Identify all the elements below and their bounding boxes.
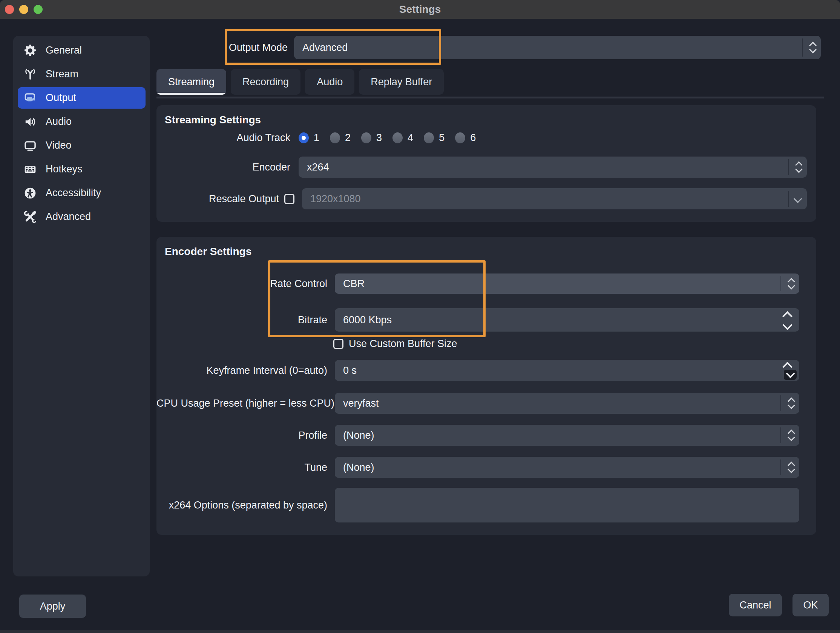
tab-recording[interactable]: Recording [231,69,300,95]
settings-content: Output Mode Advanced Streaming Recording… [156,19,824,535]
rate-control-value: CBR [343,278,365,290]
spin-down-icon[interactable] [782,320,793,330]
zoom-button[interactable] [33,5,43,14]
sidebar-item-hotkeys[interactable]: Hotkeys [18,158,145,180]
spin-down-button-pressed[interactable] [784,370,797,380]
combo-divider [802,38,803,57]
chevron-down-icon [795,196,801,202]
radio-icon[interactable] [455,132,465,143]
tab-label: Audio [317,76,343,88]
bitrate-spinbox[interactable]: 6000 Kbps [335,308,799,332]
sidebar-item-output[interactable]: Output [18,87,145,109]
sidebar-item-label: Video [46,139,72,151]
tab-replay-buffer[interactable]: Replay Buffer [359,69,444,95]
sidebar-item-advanced[interactable]: Advanced [18,206,145,228]
custom-buffer-checkbox[interactable] [333,339,343,349]
encoder-value: x264 [307,161,329,173]
audio-track-option-2[interactable]: 2 [330,132,351,144]
streaming-settings-title: Streaming Settings [156,105,816,127]
rate-control-row: Rate Control CBR [156,274,816,294]
combo-divider [788,159,789,175]
output-mode-select[interactable]: Advanced [294,36,821,59]
radio-label: 3 [376,132,382,144]
tab-divider [156,97,824,98]
output-display-camera-icon [24,92,36,104]
rescale-resolution-select: 1920x1080 [302,188,807,209]
keyframe-interval-spinbox[interactable]: 0 s [335,360,799,381]
tab-label: Streaming [168,76,215,88]
audio-track-label: Audio Track [156,132,290,144]
speaker-icon [24,116,36,128]
radio-icon[interactable] [330,132,340,143]
keyframe-interval-value: 0 s [343,365,357,377]
accessibility-icon [24,187,36,199]
cpu-preset-row: CPU Usage Preset (higher = less CPU) ver… [156,393,816,414]
rescale-resolution-value: 1920x1080 [310,193,361,205]
ok-button[interactable]: OK [793,594,829,616]
tab-label: Recording [242,76,289,88]
rescale-output-checkbox[interactable] [284,194,294,204]
x264-options-input[interactable] [343,488,799,523]
chevron-updown-icon [789,399,794,408]
sidebar-item-label: Hotkeys [46,163,82,175]
audio-track-option-4[interactable]: 4 [393,132,413,144]
bitrate-row: Bitrate 6000 Kbps [156,308,816,332]
sidebar-item-label: Output [46,92,76,104]
tune-select[interactable]: (None) [335,457,799,478]
minimize-button[interactable] [19,5,28,14]
sidebar-item-video[interactable]: Video [18,135,145,156]
output-mode-label: Output Mode [229,42,288,54]
combo-divider [780,276,781,291]
rate-control-select[interactable]: CBR [335,274,799,294]
cpu-preset-select[interactable]: veryfast [335,393,799,414]
custom-buffer-label: Use Custom Buffer Size [349,338,457,350]
bitrate-value: 6000 Kbps [343,314,392,326]
tune-label: Tune [156,462,327,473]
profile-value: (None) [343,430,374,442]
tools-icon [24,210,36,223]
sidebar-item-stream[interactable]: Stream [18,63,145,85]
combo-divider [780,427,781,443]
tune-row: Tune (None) [156,457,816,478]
radio-selected-icon[interactable] [298,132,309,143]
profile-select[interactable]: (None) [335,425,799,446]
audio-track-option-6[interactable]: 6 [455,132,476,144]
sidebar-item-audio[interactable]: Audio [18,111,145,132]
cancel-label: Cancel [739,600,771,611]
radio-icon[interactable] [424,132,434,143]
apply-button[interactable]: Apply [19,595,86,618]
output-tabs: Streaming Recording Audio Replay Buffer [156,69,824,95]
tab-streaming[interactable]: Streaming [156,69,226,95]
stream-antenna-icon [24,68,36,81]
radio-icon[interactable] [361,132,371,143]
x264-options-label: x264 Options (separated by space) [156,500,327,511]
gear-icon [24,44,36,57]
tab-audio[interactable]: Audio [305,69,354,95]
profile-row: Profile (None) [156,425,816,446]
titlebar: Settings [0,0,840,19]
chevron-updown-icon [789,279,794,289]
cancel-button[interactable]: Cancel [729,594,782,616]
audio-track-radio-group: 1 2 3 4 5 6 [298,132,807,144]
sidebar-item-label: Accessibility [46,187,101,199]
sidebar-item-general[interactable]: General [18,40,145,61]
close-button[interactable] [5,5,14,14]
audio-track-option-3[interactable]: 3 [361,132,382,144]
sidebar-item-accessibility[interactable]: Accessibility [18,182,145,204]
audio-track-option-5[interactable]: 5 [424,132,445,144]
radio-label: 2 [345,132,351,144]
encoder-select[interactable]: x264 [298,157,807,178]
bitrate-label: Bitrate [156,314,327,326]
chevron-updown-icon [796,163,802,172]
radio-icon[interactable] [393,132,403,143]
audio-track-row: Audio Track 1 2 3 4 5 6 [156,131,816,144]
x264-options-field [335,488,799,522]
encoder-settings-title: Encoder Settings [156,237,816,258]
x264-options-row: x264 Options (separated by space) [156,488,816,522]
radio-label: 5 [439,132,445,144]
audio-track-option-1[interactable]: 1 [298,132,319,144]
chevron-updown-icon [789,463,794,472]
rescale-output-label: Rescale Output [156,193,279,205]
settings-window: Settings General Stream Output Audio [0,0,840,633]
keyframe-interval-label: Keyframe Interval (0=auto) [156,365,327,377]
